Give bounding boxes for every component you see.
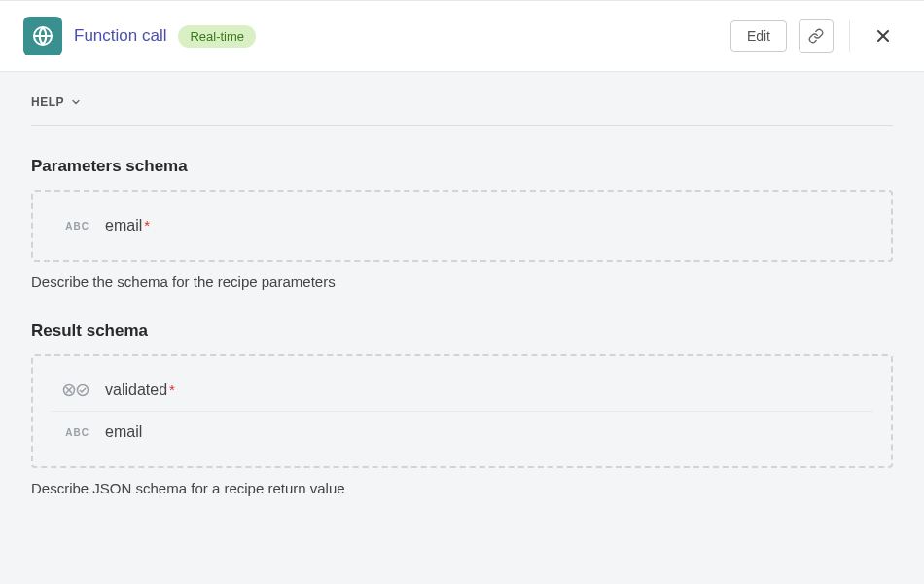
connector-icon xyxy=(23,17,62,55)
field-label: validated* xyxy=(105,382,175,399)
schema-field-row[interactable]: validated* xyxy=(51,370,873,412)
parameters-title: Parameters schema xyxy=(31,157,893,176)
required-indicator: * xyxy=(169,382,175,398)
result-help-text: Describe JSON schema for a recipe return… xyxy=(31,480,893,496)
panel-content: HELP Parameters schema ABC email* Descri… xyxy=(0,72,924,584)
edit-button[interactable]: Edit xyxy=(730,20,787,52)
string-type-icon: ABC xyxy=(51,427,89,438)
chevron-down-icon xyxy=(70,96,82,108)
boolean-type-icon xyxy=(51,383,89,397)
result-section: Result schema validated* xyxy=(31,321,893,496)
link-button[interactable] xyxy=(799,19,834,53)
field-name: validated xyxy=(105,382,167,398)
field-label: email xyxy=(105,423,142,441)
panel-title: Function call xyxy=(74,26,166,46)
close-button[interactable] xyxy=(866,18,901,54)
help-toggle[interactable]: HELP xyxy=(31,95,893,126)
close-icon xyxy=(873,26,893,46)
string-type-icon: ABC xyxy=(51,221,89,232)
schema-field-row[interactable]: ABC email xyxy=(51,412,873,453)
field-name: email xyxy=(105,423,142,440)
panel-header: Function call Real-time Edit xyxy=(0,0,924,72)
link-icon xyxy=(808,28,824,44)
schema-field-row[interactable]: ABC email* xyxy=(51,205,873,246)
parameters-help-text: Describe the schema for the recipe param… xyxy=(31,274,893,290)
result-schema-box: validated* ABC email xyxy=(31,354,893,468)
parameters-section: Parameters schema ABC email* Describe th… xyxy=(31,157,893,290)
result-title: Result schema xyxy=(31,321,893,341)
parameters-schema-box: ABC email* xyxy=(31,190,893,262)
required-indicator: * xyxy=(144,217,150,234)
realtime-badge: Real-time xyxy=(178,25,256,48)
field-name: email xyxy=(105,217,142,234)
help-label: HELP xyxy=(31,95,64,109)
header-divider xyxy=(849,20,850,52)
field-label: email* xyxy=(105,217,150,235)
